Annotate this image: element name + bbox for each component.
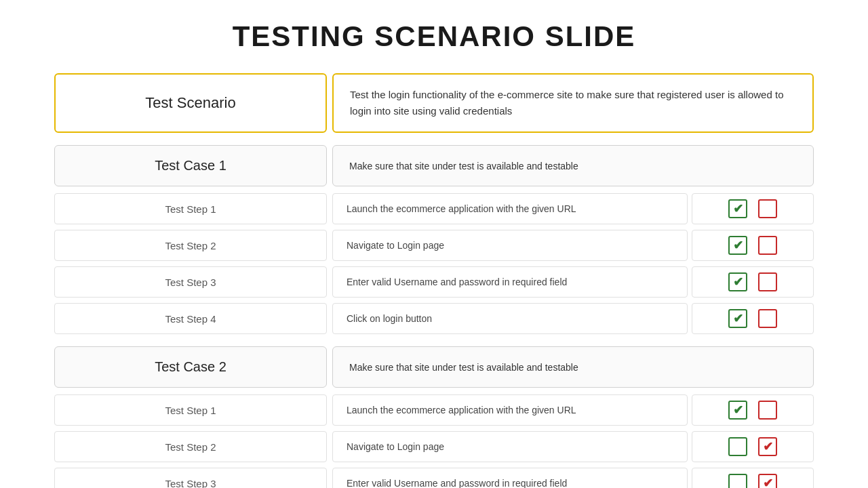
step-label-tc1-s3: Test Step 3 [54,266,327,298]
step-label-tc1-s2: Test Step 2 [54,230,327,261]
step-label-text: Test Step 4 [165,313,216,325]
pass-checkbox-checked[interactable]: ✔ [728,401,747,420]
case-label-1: Test Case 1 [54,145,327,186]
pass-checkbox-empty[interactable] [728,474,747,488]
test-case-row-1: Test Case 1Make sure that site under tes… [54,145,814,190]
step-right-area-tc1-s3: Enter valid Username and password in req… [332,266,814,298]
page-container: TESTING SCENARIO SLIDE Test ScenarioTest… [0,0,868,488]
step-desc-tc1-s4: Click on login button [332,303,688,334]
step-desc-tc1-s2: Navigate to Login page [332,230,688,261]
step-row-tc2-s3: Test Step 3Enter valid Username and pass… [54,468,814,488]
step-right-area-tc1-s2: Navigate to Login page✔ [332,230,814,261]
step-desc-text: Enter valid Username and password in req… [347,277,567,287]
step-right-area-tc2-s3: Enter valid Username and password in req… [332,468,814,488]
step-label-tc1-s4: Test Step 4 [54,303,327,334]
step-label-tc2-s2: Test Step 2 [54,431,327,462]
fail-checkbox-checked[interactable]: ✔ [758,474,777,488]
step-right-area-tc1-s4: Click on login button✔ [332,303,814,334]
step-desc-text: Navigate to Login page [347,240,444,251]
step-desc-tc1-s3: Enter valid Username and password in req… [332,266,688,298]
pass-checkbox-checked[interactable]: ✔ [728,272,747,291]
pass-checkbox-empty[interactable] [728,437,747,456]
step-desc-tc2-s3: Enter valid Username and password in req… [332,468,688,488]
step-desc-tc1-s1: Launch the ecommerce application with th… [332,193,688,224]
content-area: Test ScenarioTest the login functionalit… [54,73,814,488]
fail-checkbox-empty[interactable] [758,401,777,420]
step-right-area-tc2-s2: Navigate to Login page✔ [332,431,814,462]
step-label-text: Test Step 1 [165,405,216,416]
step-desc-text: Launch the ecommerce application with th… [347,203,576,214]
step-row-tc1-s4: Test Step 4Click on login button✔ [54,303,814,337]
step-right-area-tc1-s1: Launch the ecommerce application with th… [332,193,814,224]
case-label-text: Test Case 1 [155,158,226,174]
scenario-row: Test ScenarioTest the login functionalit… [54,73,814,138]
pass-checkbox-checked[interactable]: ✔ [728,199,747,218]
step-row-tc2-s2: Test Step 2Navigate to Login page✔ [54,431,814,465]
step-label-text: Test Step 3 [165,277,216,288]
fail-checkbox-empty[interactable] [758,272,777,291]
scenario-desc-cell: Test the login functionality of the e-co… [332,73,814,133]
fail-checkbox-empty[interactable] [758,199,777,218]
step-row-tc1-s3: Test Step 3Enter valid Username and pass… [54,266,814,300]
fail-checkbox-empty[interactable] [758,236,777,255]
step-row-tc1-s2: Test Step 2Navigate to Login page✔ [54,230,814,264]
case-label-2: Test Case 2 [54,346,327,388]
step-label-tc2-s1: Test Step 1 [54,394,327,426]
step-label-tc1-s1: Test Step 1 [54,193,327,224]
case-desc-1: Make sure that site under test is availa… [332,145,814,186]
step-desc-text: Enter valid Username and password in req… [347,478,567,488]
scenario-label-cell: Test Scenario [54,73,327,133]
step-checks-tc1-s2: ✔ [692,230,814,261]
page-title: TESTING SCENARIO SLIDE [54,20,814,53]
case-desc-2: Make sure that site under test is availa… [332,346,814,388]
step-desc-tc2-s1: Launch the ecommerce application with th… [332,394,688,426]
step-label-text: Test Step 2 [165,240,216,251]
step-label-text: Test Step 1 [165,203,216,215]
step-desc-text: Click on login button [347,313,432,324]
step-checks-tc1-s3: ✔ [692,266,814,298]
pass-checkbox-checked[interactable]: ✔ [728,309,747,328]
step-checks-tc2-s2: ✔ [692,431,814,462]
step-checks-tc1-s1: ✔ [692,193,814,224]
step-label-text: Test Step 2 [165,441,216,453]
case-label-text: Test Case 2 [155,359,226,375]
step-label-tc2-s3: Test Step 3 [54,468,327,488]
step-checks-tc2-s1: ✔ [692,394,814,426]
step-row-tc2-s1: Test Step 1Launch the ecommerce applicat… [54,394,814,428]
scenario-description: Test the login functionality of the e-co… [350,87,796,119]
step-checks-tc2-s3: ✔ [692,468,814,488]
case-desc-text: Make sure that site under test is availa… [349,362,578,373]
step-desc-text: Navigate to Login page [347,441,444,452]
case-desc-text: Make sure that site under test is availa… [349,161,578,171]
fail-checkbox-checked[interactable]: ✔ [758,437,777,456]
step-desc-text: Launch the ecommerce application with th… [347,405,576,415]
step-right-area-tc2-s1: Launch the ecommerce application with th… [332,394,814,426]
pass-checkbox-checked[interactable]: ✔ [728,236,747,255]
test-case-row-2: Test Case 2Make sure that site under tes… [54,346,814,392]
step-checks-tc1-s4: ✔ [692,303,814,334]
step-label-text: Test Step 3 [165,478,216,489]
step-row-tc1-s1: Test Step 1Launch the ecommerce applicat… [54,193,814,227]
step-desc-tc2-s2: Navigate to Login page [332,431,688,462]
fail-checkbox-empty[interactable] [758,309,777,328]
scenario-label: Test Scenario [145,94,235,112]
